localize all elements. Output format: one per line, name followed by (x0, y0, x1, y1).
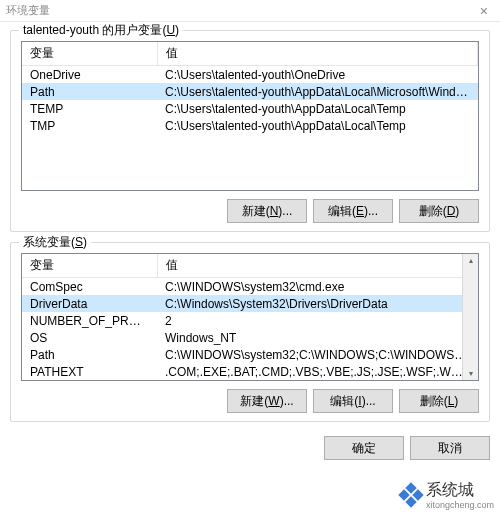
user-button-row: 新建(N)... 编辑(E)... 删除(D) (21, 199, 479, 223)
user-variables-group: talented-youth 的用户变量(U) 变量 值 OneDriveC:\… (10, 30, 490, 232)
table-row[interactable]: TEMPC:\Users\talented-youth\AppData\Loca… (22, 100, 478, 117)
user-group-label: talented-youth 的用户变量(U) (19, 22, 183, 39)
watermark-logo-icon (400, 484, 422, 506)
table-row[interactable]: ComSpecC:\WINDOWS\system32\cmd.exe (22, 278, 478, 296)
scroll-up-icon[interactable]: ▴ (469, 254, 473, 267)
table-row[interactable]: PROCESSOR_ARCHITECTAMD64 (22, 380, 478, 381)
var-value-cell: Windows_NT (157, 329, 478, 346)
var-value-cell: C:\Users\talented-youth\AppData\Local\Te… (157, 117, 478, 134)
system-button-row: 新建(W)... 编辑(I)... 删除(L) (21, 389, 479, 413)
var-value-cell: C:\Users\talented-youth\AppData\Local\Mi… (157, 83, 478, 100)
var-name-cell: Path (22, 83, 157, 100)
col-header-value[interactable]: 值 (157, 254, 478, 278)
scroll-down-icon[interactable]: ▾ (469, 367, 473, 380)
close-icon[interactable]: × (474, 3, 494, 19)
titlebar: 环境变量 × (0, 0, 500, 22)
var-name-cell: PROCESSOR_ARCHITECT (22, 380, 157, 381)
table-row[interactable]: TMPC:\Users\talented-youth\AppData\Local… (22, 117, 478, 134)
var-value-cell: 2 (157, 312, 478, 329)
watermark-text: 系统城 (426, 481, 474, 498)
col-header-variable[interactable]: 变量 (22, 42, 157, 66)
var-name-cell: TEMP (22, 100, 157, 117)
cancel-button[interactable]: 取消 (410, 436, 490, 460)
scrollbar[interactable]: ▴ ▾ (462, 254, 478, 380)
var-value-cell: C:\Windows\System32\Drivers\DriverData (157, 295, 478, 312)
user-variables-table[interactable]: 变量 值 OneDriveC:\Users\talented-youth\One… (21, 41, 479, 191)
dialog-footer: 确定 取消 (0, 432, 500, 460)
ok-button[interactable]: 确定 (324, 436, 404, 460)
table-row[interactable]: NUMBER_OF_PROCESSORS2 (22, 312, 478, 329)
var-value-cell: C:\Users\talented-youth\AppData\Local\Te… (157, 100, 478, 117)
var-value-cell: C:\WINDOWS\system32;C:\WINDOWS;C:\WINDOW… (157, 346, 478, 363)
var-value-cell: AMD64 (157, 380, 478, 381)
table-row[interactable]: PathC:\Users\talented-youth\AppData\Loca… (22, 83, 478, 100)
col-header-variable[interactable]: 变量 (22, 254, 157, 278)
var-name-cell: PATHEXT (22, 363, 157, 380)
var-name-cell: OS (22, 329, 157, 346)
table-row[interactable]: OSWindows_NT (22, 329, 478, 346)
system-variables-group: 系统变量(S) 变量 值 ComSpecC:\WINDOWS\system32\… (10, 242, 490, 422)
window-title: 环境变量 (6, 3, 50, 18)
var-name-cell: OneDrive (22, 66, 157, 84)
var-value-cell: C:\Users\talented-youth\OneDrive (157, 66, 478, 84)
var-name-cell: TMP (22, 117, 157, 134)
user-delete-button[interactable]: 删除(D) (399, 199, 479, 223)
dialog-content: talented-youth 的用户变量(U) 变量 值 OneDriveC:\… (0, 22, 500, 422)
var-name-cell: DriverData (22, 295, 157, 312)
var-name-cell: Path (22, 346, 157, 363)
var-value-cell: C:\WINDOWS\system32\cmd.exe (157, 278, 478, 296)
var-value-cell: .COM;.EXE;.BAT;.CMD;.VBS;.VBE;.JS;.JSE;.… (157, 363, 478, 380)
var-name-cell: NUMBER_OF_PROCESSORS (22, 312, 157, 329)
table-row[interactable]: DriverDataC:\Windows\System32\Drivers\Dr… (22, 295, 478, 312)
system-delete-button[interactable]: 删除(L) (399, 389, 479, 413)
user-edit-button[interactable]: 编辑(E)... (313, 199, 393, 223)
system-edit-button[interactable]: 编辑(I)... (313, 389, 393, 413)
table-row[interactable]: PathC:\WINDOWS\system32;C:\WINDOWS;C:\WI… (22, 346, 478, 363)
col-header-value[interactable]: 值 (157, 42, 478, 66)
table-row[interactable]: OneDriveC:\Users\talented-youth\OneDrive (22, 66, 478, 84)
var-name-cell: ComSpec (22, 278, 157, 296)
system-new-button[interactable]: 新建(W)... (227, 389, 307, 413)
system-group-label: 系统变量(S) (19, 234, 91, 251)
watermark-subtext: xitongcheng.com (426, 501, 494, 510)
system-variables-table[interactable]: 变量 值 ComSpecC:\WINDOWS\system32\cmd.exeD… (21, 253, 479, 381)
user-new-button[interactable]: 新建(N)... (227, 199, 307, 223)
table-row[interactable]: PATHEXT.COM;.EXE;.BAT;.CMD;.VBS;.VBE;.JS… (22, 363, 478, 380)
watermark: 系统城 xitongcheng.com (400, 480, 494, 510)
